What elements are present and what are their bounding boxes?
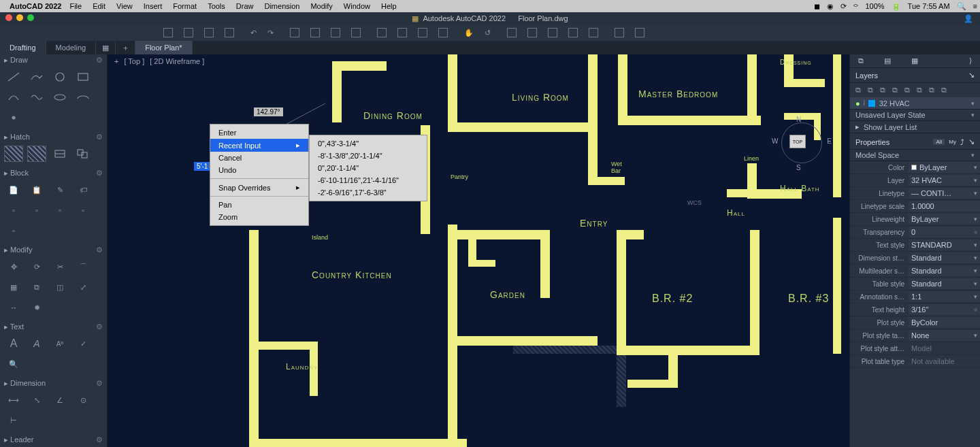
scale-tool[interactable]: ⤢ bbox=[74, 279, 93, 295]
prop-annoscale[interactable]: 1:1▾ bbox=[909, 291, 980, 302]
gradient-tool[interactable] bbox=[27, 146, 46, 162]
ctx-snap-overrides[interactable]: Snap Overrides▸ bbox=[210, 181, 308, 194]
recent-item[interactable]: 0",20'-1-1/4" bbox=[310, 162, 427, 174]
recent-item[interactable]: -8'-1-3/8",20'-1-1/4" bbox=[310, 150, 427, 162]
menu-modify[interactable]: Modify bbox=[310, 2, 332, 10]
find-tool[interactable]: 🔍 bbox=[4, 356, 23, 372]
menu-insert[interactable]: Insert bbox=[144, 2, 163, 10]
viewport-controls[interactable]: +[ Top ][ 2D Wireframe ] bbox=[114, 57, 204, 65]
show-layer-list[interactable]: ▸Show Layer List bbox=[850, 121, 980, 133]
ellipse-tool[interactable] bbox=[50, 89, 69, 105]
panel-menu-icon[interactable]: ↘ bbox=[968, 71, 975, 80]
paste-icon[interactable] bbox=[418, 28, 427, 37]
gear-icon[interactable]: ⚙ bbox=[96, 169, 103, 178]
view-cube[interactable]: N S W E TOP bbox=[781, 122, 822, 163]
tab-modeling[interactable]: Modeling bbox=[46, 41, 97, 54]
layer-tool-icon[interactable]: ⧉ bbox=[904, 86, 910, 95]
status-icon[interactable]: ◉ bbox=[827, 2, 834, 11]
spell-tool[interactable]: ✓ bbox=[74, 335, 93, 352]
ctx-pan[interactable]: Pan bbox=[210, 199, 308, 211]
orbit-icon[interactable]: ↺ bbox=[485, 29, 491, 37]
prop-lineweight[interactable]: ByLayer▾ bbox=[909, 214, 980, 225]
trim-tool[interactable]: ✂ bbox=[50, 259, 69, 275]
filter-all[interactable]: All bbox=[933, 139, 945, 145]
line-tool[interactable] bbox=[4, 69, 23, 85]
panel-tab-blocks-icon[interactable]: ▦ bbox=[911, 56, 918, 65]
menu-view[interactable]: View bbox=[116, 2, 133, 10]
ctx-enter[interactable]: Enter bbox=[210, 127, 308, 139]
battery-icon[interactable]: 🔋 bbox=[892, 2, 901, 11]
export-icon[interactable] bbox=[351, 28, 361, 37]
point-tool[interactable] bbox=[4, 110, 23, 126]
aligned-dim-tool[interactable]: ⤡ bbox=[27, 392, 46, 408]
block-tool[interactable]: ▫ bbox=[27, 202, 46, 218]
radius-dim-tool[interactable]: ⊙ bbox=[74, 392, 93, 408]
prop-textheight[interactable]: 3/16"⟐ bbox=[909, 304, 980, 315]
insert-block-tool[interactable]: 📄 bbox=[4, 182, 23, 198]
menu-window[interactable]: Window bbox=[344, 2, 370, 10]
attribute-tool[interactable]: 🏷 bbox=[74, 182, 93, 198]
match-icon[interactable] bbox=[438, 28, 448, 37]
edit-block-tool[interactable]: ✎ bbox=[50, 182, 69, 198]
gear-icon[interactable]: ⚙ bbox=[96, 246, 103, 254]
prop-plotstyle[interactable]: ByColor bbox=[909, 317, 980, 328]
pan-icon[interactable]: ✋ bbox=[464, 29, 474, 37]
ctx-zoom[interactable]: Zoom bbox=[210, 211, 308, 223]
tab-grid-icon[interactable]: ▦ bbox=[96, 41, 116, 54]
cut-icon[interactable] bbox=[377, 28, 387, 37]
layer-tool-icon[interactable]: ⧉ bbox=[941, 86, 947, 95]
preview-icon[interactable] bbox=[310, 28, 320, 37]
menu-edit[interactable]: Edit bbox=[93, 2, 105, 10]
print-icon[interactable] bbox=[290, 28, 299, 37]
pick-icon[interactable]: ⤴ bbox=[960, 138, 964, 146]
prop-linetype[interactable]: — CONTI…▾ bbox=[909, 188, 980, 199]
prop-layer[interactable]: 32 HVAC▾ bbox=[909, 175, 980, 186]
gear-icon[interactable]: ⚙ bbox=[96, 379, 103, 388]
block-tool[interactable]: ▫ bbox=[4, 202, 23, 218]
prop-textstyle[interactable]: STANDARD▾ bbox=[909, 239, 980, 250]
new-icon[interactable] bbox=[163, 28, 173, 37]
recent-item[interactable]: -6'-10-11/16",21'-4-1/16" bbox=[310, 174, 427, 186]
menu-file[interactable]: File bbox=[69, 2, 82, 10]
gear-icon[interactable]: ⚙ bbox=[96, 435, 103, 444]
text-style-tool[interactable]: Aᴮ bbox=[50, 335, 69, 352]
copy-tool[interactable]: ⧉ bbox=[27, 279, 46, 295]
open-icon[interactable] bbox=[184, 28, 193, 37]
prop-transparency[interactable]: 0⟐ bbox=[909, 227, 980, 237]
region-tool[interactable] bbox=[74, 146, 93, 162]
menu-format[interactable]: Format bbox=[173, 2, 197, 10]
hatch-tool[interactable] bbox=[4, 146, 23, 162]
status-icon[interactable]: ◼ bbox=[814, 2, 820, 11]
tab-file[interactable]: Floor Plan* bbox=[135, 41, 192, 54]
panel-tab-layers-icon[interactable]: ⧉ bbox=[858, 56, 864, 65]
redo-icon[interactable]: ↷ bbox=[267, 29, 274, 37]
prop-mleaderstyle[interactable]: Standard▾ bbox=[909, 265, 980, 276]
block-tool[interactable]: ▫ bbox=[74, 202, 93, 218]
menu-tools[interactable]: Tools bbox=[208, 2, 225, 10]
massprop-icon[interactable] bbox=[568, 28, 578, 37]
list-icon[interactable] bbox=[589, 28, 598, 37]
menu-dimension[interactable]: Dimension bbox=[264, 2, 299, 10]
region-icon[interactable] bbox=[548, 28, 557, 37]
prop-tablestyle[interactable]: Standard▾ bbox=[909, 278, 980, 289]
undo-icon[interactable]: ↶ bbox=[250, 29, 257, 37]
rectangle-tool[interactable] bbox=[74, 69, 93, 85]
recent-item[interactable]: 0",43'-3-1/4" bbox=[310, 137, 427, 150]
copy-icon[interactable] bbox=[397, 28, 407, 37]
xref-icon[interactable] bbox=[615, 28, 624, 37]
layer-icon[interactable] bbox=[635, 28, 644, 37]
arc-tool[interactable] bbox=[4, 89, 23, 105]
filter-my[interactable]: My bbox=[949, 139, 956, 145]
mtext-tool[interactable]: A bbox=[4, 335, 23, 352]
clock[interactable]: Tue 7:55 AM bbox=[908, 2, 950, 10]
spline-tool[interactable] bbox=[27, 89, 46, 105]
circle-tool[interactable] bbox=[50, 69, 69, 85]
area-icon[interactable] bbox=[527, 28, 537, 37]
boundary-tool[interactable] bbox=[50, 146, 69, 162]
block-tool[interactable]: ▫ bbox=[50, 202, 69, 218]
gear-icon[interactable]: ⚙ bbox=[96, 56, 103, 65]
layer-tool-icon[interactable]: ⧉ bbox=[855, 86, 861, 95]
sync-icon[interactable]: ⟳ bbox=[840, 2, 847, 11]
gear-icon[interactable]: ⚙ bbox=[96, 133, 103, 142]
ctx-cancel[interactable]: Cancel bbox=[210, 152, 308, 164]
